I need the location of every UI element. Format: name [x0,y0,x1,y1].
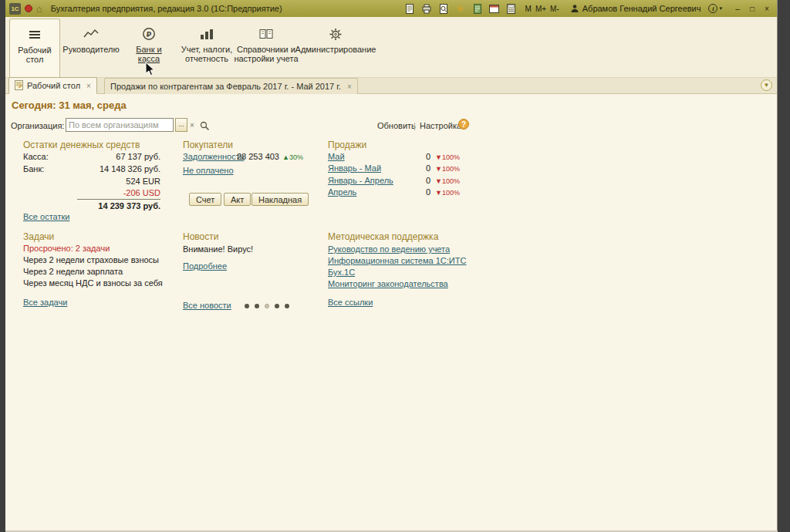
trend-up-indicator: ▲30% [282,153,303,161]
organization-select-button[interactable]: ... [175,118,187,132]
today-heading: Сегодня: 31 мая, среда [12,99,127,111]
news-headline: Внимание! Вирус! [183,244,253,254]
book-icon [259,25,273,42]
tab-label: Рабочий стол [27,81,80,90]
home-icon[interactable]: ⌂ [36,4,42,14]
chevron-down-icon: ▾ [719,5,722,12]
clear-icon[interactable]: × [190,121,194,130]
svg-text:P: P [147,31,152,39]
task-item: Через 2 недели страховые взносы [23,255,159,264]
cash-section-title: Остатки денежных средств [23,140,140,150]
sales-value: 0 [328,176,430,185]
memory-mplus-button[interactable]: M+ [535,5,546,13]
services-icon[interactable] [471,2,484,15]
section-label: Банк и касса [130,45,168,63]
titlebar-toolbar: ★ M M+ M- Абрамов Геннадий Сергеевич i [403,2,773,15]
trend-down-indicator: ▼100% [435,165,460,173]
cash-total-divider [77,199,160,200]
unpaid-link[interactable]: Не оплачено [183,166,234,175]
maximize-button[interactable]: □ [746,3,758,14]
tabs-overflow-button[interactable]: ▼ [761,79,772,91]
news-pager-dot[interactable] [255,304,259,308]
info-menu[interactable]: i ▾ [708,4,722,13]
all-balances-link[interactable]: Все остатки [23,212,69,221]
cash-row-value: 67 137 руб. [23,152,160,161]
section-administration[interactable]: Администрирование [288,19,383,77]
section-desktop[interactable]: Рабочий стол [9,19,60,77]
support-link[interactable]: Руководство по ведению учета [328,244,450,254]
tab-close-icon[interactable]: × [347,82,352,91]
app-window: 1С ⌂ Бухгалтерия предприятия, редакция 3… [5,0,778,530]
support-link[interactable]: Бух.1С [328,268,355,277]
section-label: Руководителю [57,45,125,54]
help-button[interactable]: ? [458,119,469,130]
sales-value: 0 [328,187,430,197]
sales-value: 0 [328,163,430,173]
debt-value: 28 253 403 [221,152,279,161]
cash-row-value-negative: -206 USD [23,188,160,197]
tab-label: Продажи по контрагентам за Февраль 2017 … [110,82,341,91]
news-more-link[interactable]: Подробнее [183,261,227,271]
preview-icon[interactable] [437,2,450,15]
tab-desktop[interactable]: Рабочий стол × [8,77,97,94]
page-icon [15,80,23,92]
refresh-button[interactable]: Обновить [377,121,416,130]
organization-input[interactable] [66,118,174,132]
cash-row-value: 524 EUR [23,177,160,186]
settings-button[interactable]: Настройка [420,121,461,130]
news-pager-dot-active[interactable] [265,304,269,308]
trend-down-indicator: ▼100% [435,177,460,185]
all-news-link[interactable]: Все новости [183,301,231,310]
print-icon[interactable] [420,2,433,15]
calculator-icon[interactable] [505,2,518,15]
app-icon[interactable]: 1С [9,3,21,15]
news-pager-dot[interactable] [285,304,289,308]
tasks-overdue: Просрочено: 2 задачи [23,244,110,253]
ruble-circle-icon: P [142,25,156,42]
minimize-button[interactable]: – [731,3,744,14]
memory-mminus-button[interactable]: M- [550,5,559,13]
memory-m-button[interactable]: M [525,5,532,13]
all-tasks-link[interactable]: Все задачи [23,298,67,307]
search-icon[interactable] [200,120,210,134]
tab-sales-report[interactable]: Продажи по контрагентам за Февраль 2017 … [104,78,358,94]
section-bank-cash[interactable]: P Банк и касса [126,19,172,77]
support-link[interactable]: Информационная система 1С:ИТС [328,256,466,265]
tab-close-icon[interactable]: × [86,82,91,90]
gear-icon [329,25,343,42]
trend-down-indicator: ▼100% [435,189,460,197]
window-controls: – □ × [731,3,773,14]
news-pager-dot[interactable] [275,304,279,308]
support-section-title: Методическая поддержка [328,231,438,242]
trend-down-indicator: ▼100% [435,153,460,161]
tasks-section-title: Задачи [23,231,54,242]
title-bar: 1С ⌂ Бухгалтерия предприятия, редакция 3… [5,0,777,17]
section-manager[interactable]: Руководителю [56,19,126,77]
invoice-button[interactable]: Счет [189,193,221,206]
section-label: Администрирование [289,45,382,54]
favorites-icon[interactable]: ★ [454,2,467,15]
user-menu[interactable]: Абрамов Геннадий Сергеевич [570,4,701,13]
cash-total: 14 239 373 руб. [23,201,160,210]
cash-row-value: 14 148 326 руб. [23,164,160,173]
news-section-title: Новости [183,231,218,242]
waybill-button[interactable]: Накладная [252,193,309,206]
organization-label: Организация: [11,121,64,130]
news-pager-dot[interactable] [245,304,249,308]
task-item: Через месяц НДС и взносы за себя [23,278,163,288]
act-button[interactable]: Акт [224,193,251,206]
file-icon[interactable] [403,2,416,15]
window-title: Бухгалтерия предприятия, редакция 3.0 (1… [51,4,282,13]
user-icon [570,4,579,13]
separator: | [414,121,416,130]
close-button[interactable]: × [761,3,773,14]
section-label: Рабочий стол [14,45,56,64]
sales-value: 0 [328,152,430,161]
all-links-link[interactable]: Все ссылки [328,298,373,307]
section-panel: Рабочий стол Руководителю P Банк и касса… [5,17,777,77]
line-chart-icon [83,25,99,42]
task-item: Через 2 недели зарплата [23,267,123,276]
support-link[interactable]: Мониторинг законодательства [328,279,448,288]
bar-chart-icon [200,25,214,42]
calendar-icon[interactable] [488,2,501,15]
